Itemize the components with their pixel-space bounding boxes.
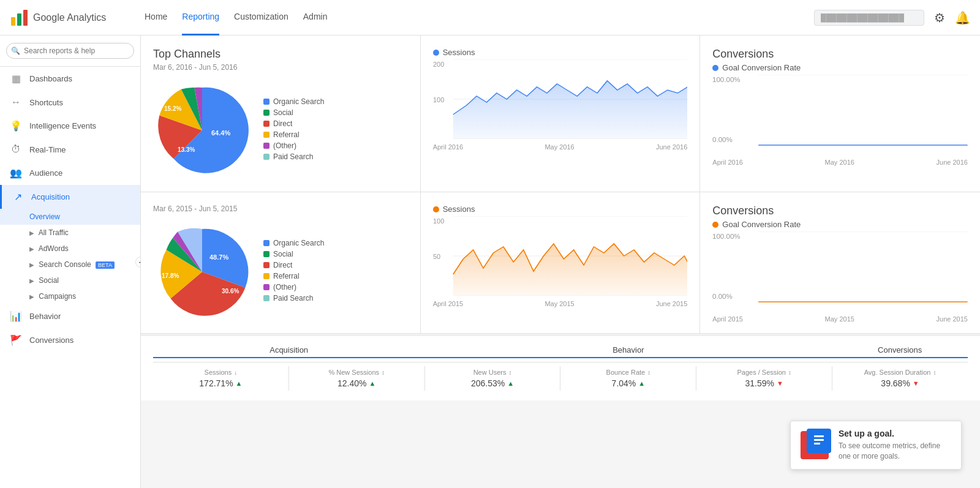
sidebar-sub-alltraffic[interactable]: ▶ All Traffic bbox=[0, 225, 140, 241]
pie-chart-2: 48.7% 30.6% 17.8% bbox=[153, 223, 251, 321]
svg-rect-29 bbox=[814, 435, 824, 437]
realtime-icon: ⏱ bbox=[10, 144, 22, 155]
pages-header: Pages / Session bbox=[737, 369, 786, 376]
sessions-axis-1: April 2016 May 2016 June 2016 bbox=[433, 143, 688, 151]
sidebar-item-conversions[interactable]: 🚩 Conversions bbox=[0, 328, 140, 352]
svg-text:200: 200 bbox=[433, 61, 444, 67]
goal-widget: ? Set up a goal. To see outcome metrics,… bbox=[790, 421, 962, 470]
avg-session-header: Avg. Session Duration bbox=[864, 369, 931, 376]
svg-text:100: 100 bbox=[433, 97, 444, 103]
beta-badge: BETA bbox=[96, 261, 115, 269]
svg-text:64.4%: 64.4% bbox=[211, 129, 230, 137]
conv-dot-2 bbox=[712, 222, 718, 228]
conv-axis-2: April 2015 May 2015 June 2015 bbox=[712, 315, 968, 323]
svg-rect-30 bbox=[814, 439, 824, 441]
sidebar-label-conversions: Conversions bbox=[29, 336, 74, 345]
dashboard-row-1: Top Channels Mar 6, 2016 - Jun 5, 2016 bbox=[141, 36, 980, 192]
sidebar-sub-adwords[interactable]: ▶ AdWords bbox=[0, 241, 140, 257]
metrics-group-conversions: Conversions bbox=[832, 345, 968, 358]
account-selector[interactable]: ████████████████ bbox=[814, 10, 924, 26]
goal-icon-stack: ? bbox=[801, 429, 831, 459]
svg-text:0.00%: 0.00% bbox=[712, 293, 733, 300]
top-channels-cell-1: Top Channels Mar 6, 2016 - Jun 5, 2016 bbox=[141, 36, 421, 192]
sidebar-sub-campaigns[interactable]: ▶ Campaigns bbox=[0, 288, 140, 304]
behavior-icon: 📊 bbox=[10, 310, 22, 322]
notifications-icon[interactable]: 🔔 bbox=[955, 10, 970, 25]
settings-icon[interactable]: ⚙ bbox=[934, 10, 945, 25]
new-sessions-trend: ▲ bbox=[369, 380, 376, 387]
conv-subtitle-2: Goal Conversion Rate bbox=[722, 220, 801, 229]
sidebar-label-acquisition: Acquisition bbox=[31, 192, 70, 201]
pages-trend: ▼ bbox=[777, 380, 783, 387]
nav-home[interactable]: Home bbox=[145, 0, 167, 36]
sidebar-sub-searchconsole[interactable]: ▶ Search Console BETA bbox=[0, 257, 140, 272]
svg-rect-0 bbox=[11, 17, 15, 26]
shortcuts-icon: ↔ bbox=[10, 97, 22, 108]
dashboards-icon: ▦ bbox=[10, 73, 22, 84]
metrics-col-new-users: New Users ↕ 206.53% ▲ bbox=[425, 366, 561, 391]
nav-reporting[interactable]: Reporting bbox=[182, 0, 219, 36]
search-input[interactable] bbox=[6, 43, 134, 59]
pie-chart-area-2: 48.7% 30.6% 17.8% Organic Search Social … bbox=[153, 223, 408, 321]
metrics-col-new-sessions: % New Sessions ↕ 12.40% ▲ bbox=[289, 366, 425, 391]
sidebar-label-realtime: Real-Time bbox=[29, 145, 66, 154]
nav-admin[interactable]: Admin bbox=[303, 0, 328, 36]
metrics-col-pages: Pages / Session ↕ 31.59% ▼ bbox=[696, 366, 832, 391]
legend-other-1: (Other) bbox=[273, 141, 296, 150]
svg-text:100.00%: 100.00% bbox=[712, 77, 741, 83]
sidebar-item-realtime[interactable]: ⏱ Real-Time bbox=[0, 138, 140, 161]
sidebar-item-acquisition[interactable]: ↗ Acquisition bbox=[0, 185, 140, 209]
svg-text:48.7%: 48.7% bbox=[209, 253, 228, 261]
new-users-val: 206.53% bbox=[471, 378, 505, 388]
pie-chart-1: 64.4% 13.3% 15.2% bbox=[153, 81, 251, 179]
legend-direct-1: Direct bbox=[273, 119, 292, 128]
sidebar-item-intelligence[interactable]: 💡 Intelligence Events bbox=[0, 114, 140, 138]
metrics-columns: Sessions ↓ 172.71% ▲ % New Sessions ↕ 12… bbox=[153, 366, 968, 391]
sidebar-label-behavior: Behavior bbox=[29, 312, 61, 321]
pie-legend-1: Organic Search Social Direct Referral (O… bbox=[263, 97, 324, 163]
nav-customization[interactable]: Customization bbox=[234, 0, 288, 36]
conversions-title-2: Conversions bbox=[712, 205, 968, 217]
date-range-1: Mar 6, 2016 - Jun 5, 2016 bbox=[153, 63, 408, 72]
bounce-val: 7.04% bbox=[612, 378, 636, 388]
sidebar-sub-social[interactable]: ▶ Social bbox=[0, 272, 140, 288]
sessions-dot-1 bbox=[433, 50, 439, 56]
sessions-trend: ▲ bbox=[236, 380, 243, 387]
bounce-header: Bounce Rate bbox=[606, 369, 646, 376]
sessions-title-2: Sessions bbox=[443, 205, 475, 214]
svg-text:0.00%: 0.00% bbox=[712, 137, 733, 143]
legend-referral-1: Referral bbox=[273, 130, 300, 139]
sidebar-item-shortcuts[interactable]: ↔ Shortcuts bbox=[0, 91, 140, 114]
sidebar-sub-overview[interactable]: Overview bbox=[0, 209, 140, 225]
sidebar: 🔍 ▦ Dashboards ↔ Shortcuts 💡 Intelligenc… bbox=[0, 36, 141, 488]
sessions-dot-2 bbox=[433, 206, 439, 212]
svg-text:100: 100 bbox=[433, 218, 444, 224]
conv-dot-1 bbox=[712, 65, 718, 71]
avg-session-val: 39.68% bbox=[881, 378, 910, 388]
legend-paidsearch-1: Paid Search bbox=[273, 152, 313, 161]
goal-description: To see outcome metrics, define one or mo… bbox=[839, 441, 951, 462]
svg-text:17.8%: 17.8% bbox=[162, 272, 179, 279]
main-content: Top Channels Mar 6, 2016 - Jun 5, 2016 bbox=[141, 36, 980, 488]
metrics-group-behavior: Behavior bbox=[424, 345, 832, 358]
sidebar-item-audience[interactable]: 👥 Audience bbox=[0, 161, 140, 185]
google-analytics-logo bbox=[10, 9, 28, 27]
sessions-col-val: 172.71% bbox=[199, 378, 233, 388]
sessions-axis-2: April 2015 May 2015 June 2015 bbox=[433, 300, 688, 307]
top-nav: Google Analytics Home Reporting Customiz… bbox=[0, 0, 980, 36]
sidebar-item-dashboards[interactable]: ▦ Dashboards bbox=[0, 67, 140, 91]
avg-session-trend: ▼ bbox=[913, 380, 919, 387]
sessions-title-1: Sessions bbox=[443, 48, 475, 57]
svg-rect-2 bbox=[23, 10, 28, 26]
sidebar-item-behavior[interactable]: 📊 Behavior bbox=[0, 304, 140, 328]
search-icon: 🔍 bbox=[11, 47, 20, 55]
acquisition-icon: ↗ bbox=[12, 191, 24, 203]
goal-icon-fg bbox=[807, 429, 831, 453]
audience-icon: 👥 bbox=[10, 167, 22, 179]
sidebar-label-shortcuts: Shortcuts bbox=[29, 98, 63, 107]
logo-area: Google Analytics bbox=[10, 9, 145, 27]
date-range-2: Mar 6, 2015 - Jun 5, 2015 bbox=[153, 205, 408, 213]
sessions-chart-2: 100 50 April 2015 May 2015 June 2015 bbox=[433, 216, 688, 302]
goal-checklist-icon bbox=[812, 434, 826, 448]
bounce-trend: ▲ bbox=[638, 380, 645, 387]
